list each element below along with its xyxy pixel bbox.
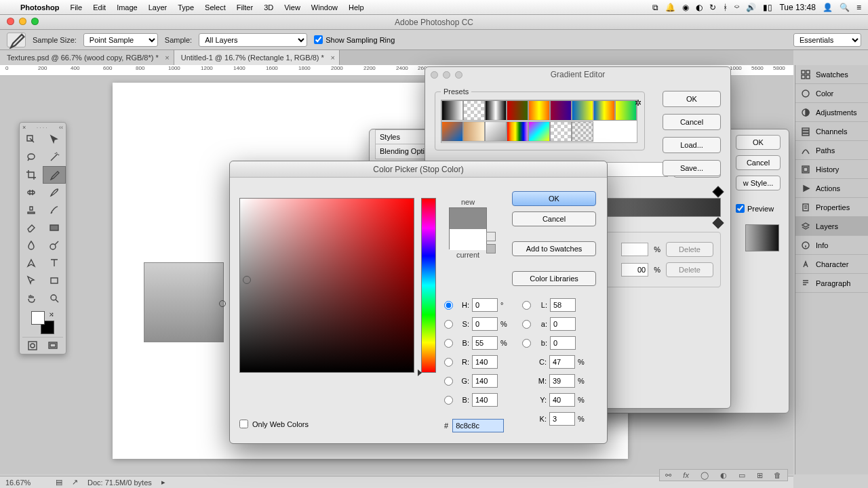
window-minimize-button[interactable]	[19, 18, 26, 25]
status-icon[interactable]: ▤	[56, 478, 62, 487]
add-to-swatches-button[interactable]: Add to Swatches	[512, 241, 596, 256]
preset-grid[interactable]	[441, 100, 637, 143]
preset-swatch[interactable]	[441, 121, 463, 142]
color-stop[interactable]	[713, 218, 724, 229]
mask-icon[interactable]: ◯	[701, 471, 709, 480]
fx-icon[interactable]: fx	[683, 471, 689, 479]
preset-swatch[interactable]	[507, 100, 528, 121]
sample-size-select[interactable]: Point Sample	[83, 33, 158, 47]
color-field-cursor[interactable]	[243, 276, 251, 284]
color-field[interactable]	[239, 198, 414, 373]
hand-tool[interactable]	[20, 289, 43, 307]
gradient-ok-button[interactable]: OK	[663, 91, 721, 107]
trash-icon[interactable]: 🗑	[774, 471, 781, 479]
websafe-warning-icon[interactable]	[486, 244, 496, 253]
menu-filter[interactable]: Filter	[237, 3, 253, 12]
bc-radio[interactable]	[444, 396, 453, 405]
preset-swatch[interactable]	[572, 100, 593, 121]
k-input[interactable]	[549, 412, 575, 426]
panel-properties[interactable]: Properties	[795, 198, 868, 217]
panel-close-icon[interactable]: ×	[22, 124, 26, 129]
blur-tool[interactable]	[20, 237, 43, 254]
menu-type[interactable]: Type	[178, 3, 194, 12]
move-tool[interactable]	[20, 131, 43, 148]
panel-swatches[interactable]: Swatches	[795, 65, 868, 84]
y-input[interactable]	[549, 393, 575, 407]
preset-swatch[interactable]	[615, 100, 637, 121]
preset-swatch[interactable]	[550, 121, 572, 142]
preset-swatch[interactable]	[507, 121, 528, 142]
volume-icon[interactable]: 🔊	[746, 3, 756, 12]
spotlight-icon[interactable]: 🔍	[840, 3, 850, 12]
h-radio[interactable]	[444, 301, 453, 310]
h-input[interactable]	[472, 298, 498, 312]
crop-tool[interactable]	[20, 166, 43, 184]
hue-arrow[interactable]	[418, 369, 422, 376]
tab-close-icon[interactable]: ×	[330, 54, 334, 62]
preset-swatch[interactable]	[441, 100, 463, 121]
preset-swatch[interactable]	[463, 121, 485, 142]
screenmode-icon[interactable]	[47, 340, 58, 352]
preset-swatch[interactable]	[550, 100, 572, 121]
preset-swatch[interactable]	[593, 100, 615, 121]
dodge-tool[interactable]	[43, 237, 66, 254]
r-input[interactable]	[472, 355, 498, 369]
preset-swatch[interactable]	[528, 121, 550, 142]
color-delete-button[interactable]: Delete	[666, 262, 713, 277]
magic-wand-tool[interactable]	[43, 148, 66, 166]
hex-input[interactable]	[452, 419, 504, 432]
opacity-delete-button[interactable]: Delete	[666, 242, 713, 257]
cloud-icon[interactable]: ◐	[696, 3, 703, 12]
new-color-swatch[interactable]	[450, 208, 486, 229]
opacity-location-input[interactable]	[621, 243, 648, 256]
panel-paragraph[interactable]: Paragraph	[795, 274, 868, 293]
new-layer-icon[interactable]: ⊞	[757, 471, 763, 480]
sample-select[interactable]: All Layers	[199, 33, 307, 47]
menu-image[interactable]: Image	[117, 3, 138, 12]
group-icon[interactable]: ▭	[738, 471, 745, 480]
picker-cancel-button[interactable]: Cancel	[512, 211, 596, 226]
panel-history[interactable]: History	[795, 160, 868, 179]
menu-edit[interactable]: Edit	[93, 3, 106, 12]
menu-layer[interactable]: Layer	[149, 3, 167, 12]
panel-actions[interactable]: Actions	[795, 179, 868, 198]
b-radio[interactable]	[444, 339, 453, 348]
direct-select-tool[interactable]	[20, 272, 43, 289]
healing-tool[interactable]	[20, 184, 43, 201]
menu-icon[interactable]: ≡	[856, 3, 861, 12]
s-radio[interactable]	[444, 320, 453, 329]
current-color-swatch[interactable]	[450, 229, 486, 250]
status-arrow-icon[interactable]: ▸	[161, 478, 165, 487]
bluetooth-icon[interactable]: ᚼ	[723, 3, 728, 12]
type-tool[interactable]	[43, 254, 66, 272]
pen-tool[interactable]	[20, 254, 43, 272]
panel-character[interactable]: Character	[795, 255, 868, 274]
battery-icon[interactable]: ▮▯	[763, 3, 772, 12]
tab-textures[interactable]: × Textures.psd @ 66.7% (wood copy, RGB/8…	[0, 50, 174, 65]
gradient-handle[interactable]	[219, 300, 226, 307]
preset-swatch[interactable]	[485, 121, 507, 142]
status-icon[interactable]: ↗	[72, 478, 78, 487]
eraser-tool[interactable]	[20, 219, 43, 237]
foreground-color[interactable]	[31, 311, 45, 325]
dialog-zoom-button[interactable]	[455, 71, 462, 79]
zoom-level[interactable]: 16.67%	[5, 479, 46, 487]
menu-select[interactable]: Select	[205, 3, 226, 12]
dialog-min-button[interactable]	[443, 71, 450, 79]
zoom-tool[interactable]	[43, 289, 66, 307]
gradient-load-button[interactable]: Load...	[663, 137, 721, 153]
panel-collapse-icon[interactable]: ‹‹	[59, 124, 63, 129]
g-radio[interactable]	[444, 377, 453, 386]
sync-icon[interactable]: ◉	[682, 3, 689, 12]
menubar-clock[interactable]: Tue 13:48	[779, 3, 816, 12]
web-only-checkbox[interactable]	[239, 420, 248, 428]
layerstyle-preview-checkbox[interactable]	[736, 204, 745, 213]
doc-size[interactable]: Doc: 71.5M/0 bytes	[87, 479, 152, 487]
brush-tool[interactable]	[43, 184, 66, 201]
panel-info[interactable]: Info	[795, 236, 868, 255]
color-location-input[interactable]	[621, 263, 648, 277]
hue-slider[interactable]	[421, 198, 436, 373]
menu-file[interactable]: File	[70, 3, 82, 12]
lasso-tool[interactable]	[20, 148, 43, 166]
window-zoom-button[interactable]	[31, 18, 39, 25]
